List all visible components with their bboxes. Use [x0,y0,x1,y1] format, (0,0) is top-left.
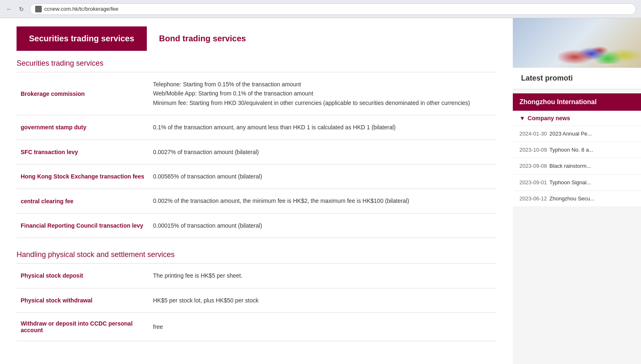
page-layout: Securities trading services Bond trading… [0,18,641,364]
latest-promo-label: Latest promoti [513,68,641,89]
fee-table-section1: Brokerage commissionTelephone: Starting … [17,72,496,238]
row-label: Hong Kong Stock Exchange transaction fee… [17,164,149,188]
address-bar[interactable]: ccnew.com.hk/tc/brokerage/fee [30,3,636,15]
row-label: Physical stock deposit [17,264,149,288]
row-label: Withdraw or deposit into CCDC personal a… [17,312,149,341]
browser-bar: ← ↻ ccnew.com.hk/tc/brokerage/fee [0,0,641,18]
zhongzhou-label: Zhongzhou International [513,93,641,111]
row-label: SFC transaction levy [17,140,149,164]
news-category-label: Company news [528,115,570,121]
row-value: 0.1% of the transaction amount, any amou… [149,115,496,140]
news-title: Typhoon Signal... [550,179,591,186]
right-sidebar: Latest promoti Zhongzhou International ▼… [513,18,641,364]
table-row: government stamp duty0.1% of the transac… [17,115,496,140]
news-date: 2023-09-01 [519,179,547,186]
row-value: free [149,312,496,341]
refresh-button[interactable]: ↻ [17,5,26,13]
news-date: 2024-01-30 [519,131,547,137]
news-date: 2023-06-12 [519,195,547,202]
news-date: 2023-10-09 [519,147,547,153]
url-text: ccnew.com.hk/tc/brokerage/fee [44,6,118,12]
crowd-image [558,31,641,64]
row-value: Telephone: Starting from 0.15% of the tr… [149,72,496,115]
news-title: Black rainstorm... [550,163,591,169]
tab-securities[interactable]: Securities trading services [17,26,147,51]
news-category[interactable]: ▼ Company news [513,111,641,126]
tab-bond[interactable]: Bond trading services [147,26,258,51]
table-row: Brokerage commissionTelephone: Starting … [17,72,496,115]
row-value: 0.002% of the transaction amount, the mi… [149,189,496,213]
row-label: Financial Reporting Council transaction … [17,213,149,238]
table-row: Physical stock depositThe printing fee i… [17,264,496,288]
site-icon [35,6,42,12]
row-value: 0.00565% of transaction amount (bilatera… [149,164,496,188]
news-title: Zhongzhou Secu... [550,195,595,202]
table-row: Financial Reporting Council transaction … [17,213,496,238]
row-value: The printing fee is HK$5 per sheet. [149,264,496,288]
main-content: Securities trading services Bond trading… [0,18,513,364]
news-item[interactable]: 2023-06-12Zhongzhou Secu... [513,191,641,207]
row-value: HK$5 per stock lot, plus HK$50 per stock [149,288,496,312]
news-section: ▼ Company news 2024-01-302023 Annual Pe.… [513,111,641,207]
back-button[interactable]: ← [5,5,13,13]
section2-title: Handling physical stock and settlement s… [17,250,496,259]
row-label: government stamp duty [17,115,149,140]
section1-title: Securities trading services [17,59,496,68]
news-item[interactable]: 2023-10-09Typhoon No. 8 a... [513,142,641,158]
table-row: Physical stock withdrawalHK$5 per stock … [17,288,496,312]
tabs: Securities trading services Bond trading… [17,26,496,51]
table-row: SFC transaction levy0.0027% of transacti… [17,140,496,164]
news-item[interactable]: 2023-09-01Typhoon Signal... [513,175,641,191]
news-title: Typhoon No. 8 a... [550,147,593,153]
news-title: 2023 Annual Pe... [550,131,592,137]
news-item[interactable]: 2023-09-08Black rainstorm... [513,158,641,174]
row-value: 0.00015% of transaction amount (bilatera… [149,213,496,238]
news-item[interactable]: 2024-01-302023 Annual Pe... [513,126,641,142]
row-value: 0.0027% of transaction amount (bilateral… [149,140,496,164]
table-row: Withdraw or deposit into CCDC personal a… [17,312,496,341]
row-label: Brokerage commission [17,72,149,115]
sidebar-banner-image [513,18,641,68]
row-label: Physical stock withdrawal [17,288,149,312]
fee-table-section2: Physical stock depositThe printing fee i… [17,263,496,341]
row-label: central clearing fee [17,189,149,213]
arrow-icon: ▼ [519,115,525,121]
table-row: central clearing fee0.002% of the transa… [17,189,496,213]
news-date: 2023-09-08 [519,163,547,169]
table-row: Hong Kong Stock Exchange transaction fee… [17,164,496,188]
